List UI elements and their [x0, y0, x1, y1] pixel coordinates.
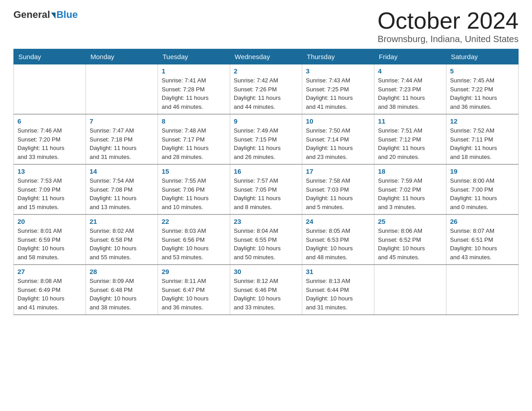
day-number: 19	[450, 167, 515, 175]
calendar-table: SundayMondayTuesdayWednesdayThursdayFrid…	[13, 49, 519, 315]
calendar-cell: 5Sunrise: 7:45 AM Sunset: 7:22 PM Daylig…	[446, 64, 519, 115]
day-info: Sunrise: 7:47 AM Sunset: 7:18 PM Dayligh…	[90, 126, 154, 161]
day-info: Sunrise: 8:05 AM Sunset: 6:53 PM Dayligh…	[306, 227, 370, 261]
day-info: Sunrise: 8:07 AM Sunset: 6:51 PM Dayligh…	[450, 227, 515, 261]
day-info: Sunrise: 7:59 AM Sunset: 7:02 PM Dayligh…	[378, 176, 442, 211]
header-friday: Friday	[374, 49, 446, 64]
day-number: 24	[306, 218, 370, 225]
calendar-cell: 7Sunrise: 7:47 AM Sunset: 7:18 PM Daylig…	[86, 114, 158, 164]
day-number: 25	[378, 218, 442, 225]
calendar-cell: 4Sunrise: 7:44 AM Sunset: 7:23 PM Daylig…	[374, 64, 446, 115]
calendar-cell: 19Sunrise: 8:00 AM Sunset: 7:00 PM Dayli…	[446, 164, 519, 214]
day-number: 17	[306, 167, 370, 175]
day-number: 9	[234, 117, 298, 125]
calendar-cell: 2Sunrise: 7:42 AM Sunset: 7:26 PM Daylig…	[230, 64, 302, 115]
calendar-cell	[86, 64, 158, 115]
day-info: Sunrise: 7:57 AM Sunset: 7:05 PM Dayligh…	[234, 176, 298, 211]
week-row-4: 20Sunrise: 8:01 AM Sunset: 6:59 PM Dayli…	[14, 214, 519, 265]
day-number: 12	[450, 117, 515, 125]
location-title: Brownsburg, Indiana, United States	[378, 34, 519, 44]
day-info: Sunrise: 7:43 AM Sunset: 7:25 PM Dayligh…	[306, 76, 370, 111]
calendar-cell: 16Sunrise: 7:57 AM Sunset: 7:05 PM Dayli…	[230, 164, 302, 214]
day-info: Sunrise: 7:52 AM Sunset: 7:11 PM Dayligh…	[450, 126, 515, 161]
day-info: Sunrise: 8:12 AM Sunset: 6:46 PM Dayligh…	[234, 277, 298, 312]
day-info: Sunrise: 7:42 AM Sunset: 7:26 PM Dayligh…	[234, 76, 298, 111]
week-row-5: 27Sunrise: 8:08 AM Sunset: 6:49 PM Dayli…	[14, 265, 519, 315]
day-info: Sunrise: 7:46 AM Sunset: 7:20 PM Dayligh…	[17, 126, 82, 161]
calendar-cell: 1Sunrise: 7:41 AM Sunset: 7:28 PM Daylig…	[158, 64, 230, 115]
day-number: 6	[17, 117, 82, 125]
day-number: 2	[234, 67, 298, 75]
logo-general-text: General	[13, 9, 50, 21]
day-number: 31	[306, 268, 370, 275]
day-info: Sunrise: 7:51 AM Sunset: 7:12 PM Dayligh…	[378, 126, 442, 161]
day-number: 15	[162, 167, 226, 175]
day-number: 7	[90, 117, 154, 125]
week-row-1: 1Sunrise: 7:41 AM Sunset: 7:28 PM Daylig…	[14, 64, 519, 115]
day-number: 3	[306, 67, 370, 75]
day-info: Sunrise: 8:04 AM Sunset: 6:55 PM Dayligh…	[234, 227, 298, 261]
day-number: 10	[306, 117, 370, 125]
calendar-cell: 6Sunrise: 7:46 AM Sunset: 7:20 PM Daylig…	[14, 114, 86, 164]
day-number: 20	[17, 218, 82, 225]
title-area: October 2024 Brownsburg, Indiana, United…	[378, 9, 519, 44]
calendar-cell: 25Sunrise: 8:06 AM Sunset: 6:52 PM Dayli…	[374, 214, 446, 265]
calendar-cell	[446, 265, 519, 315]
calendar-cell: 11Sunrise: 7:51 AM Sunset: 7:12 PM Dayli…	[374, 114, 446, 164]
calendar-cell: 23Sunrise: 8:04 AM Sunset: 6:55 PM Dayli…	[230, 214, 302, 265]
calendar-cell: 26Sunrise: 8:07 AM Sunset: 6:51 PM Dayli…	[446, 214, 519, 265]
day-info: Sunrise: 8:06 AM Sunset: 6:52 PM Dayligh…	[378, 227, 442, 261]
day-info: Sunrise: 7:53 AM Sunset: 7:09 PM Dayligh…	[17, 176, 82, 211]
day-number: 18	[378, 167, 442, 175]
calendar-cell: 15Sunrise: 7:55 AM Sunset: 7:06 PM Dayli…	[158, 164, 230, 214]
day-number: 23	[234, 218, 298, 225]
calendar-cell: 8Sunrise: 7:48 AM Sunset: 7:17 PM Daylig…	[158, 114, 230, 164]
day-info: Sunrise: 7:55 AM Sunset: 7:06 PM Dayligh…	[162, 176, 226, 211]
calendar-cell: 17Sunrise: 7:58 AM Sunset: 7:03 PM Dayli…	[302, 164, 374, 214]
day-number: 22	[162, 218, 226, 225]
day-number: 14	[90, 167, 154, 175]
day-info: Sunrise: 7:48 AM Sunset: 7:17 PM Dayligh…	[162, 126, 226, 161]
day-number: 13	[17, 167, 82, 175]
header-monday: Monday	[86, 49, 158, 64]
calendar-cell: 21Sunrise: 8:02 AM Sunset: 6:58 PM Dayli…	[86, 214, 158, 265]
day-number: 28	[90, 268, 154, 275]
calendar-cell: 27Sunrise: 8:08 AM Sunset: 6:49 PM Dayli…	[14, 265, 86, 315]
day-info: Sunrise: 8:03 AM Sunset: 6:56 PM Dayligh…	[162, 227, 226, 261]
day-number: 1	[162, 67, 226, 75]
week-row-3: 13Sunrise: 7:53 AM Sunset: 7:09 PM Dayli…	[14, 164, 519, 214]
calendar-header: SundayMondayTuesdayWednesdayThursdayFrid…	[14, 49, 519, 64]
header-sunday: Sunday	[14, 49, 86, 64]
calendar-cell: 13Sunrise: 7:53 AM Sunset: 7:09 PM Dayli…	[14, 164, 86, 214]
calendar-cell: 30Sunrise: 8:12 AM Sunset: 6:46 PM Dayli…	[230, 265, 302, 315]
day-number: 16	[234, 167, 298, 175]
calendar-cell: 20Sunrise: 8:01 AM Sunset: 6:59 PM Dayli…	[14, 214, 86, 265]
header-thursday: Thursday	[302, 49, 374, 64]
day-info: Sunrise: 7:44 AM Sunset: 7:23 PM Dayligh…	[378, 76, 442, 111]
calendar-cell: 14Sunrise: 7:54 AM Sunset: 7:08 PM Dayli…	[86, 164, 158, 214]
calendar-cell: 3Sunrise: 7:43 AM Sunset: 7:25 PM Daylig…	[302, 64, 374, 115]
day-number: 21	[90, 218, 154, 225]
calendar-cell: 28Sunrise: 8:09 AM Sunset: 6:48 PM Dayli…	[86, 265, 158, 315]
day-info: Sunrise: 8:01 AM Sunset: 6:59 PM Dayligh…	[17, 227, 82, 261]
calendar-cell: 24Sunrise: 8:05 AM Sunset: 6:53 PM Dayli…	[302, 214, 374, 265]
day-info: Sunrise: 8:08 AM Sunset: 6:49 PM Dayligh…	[17, 277, 82, 312]
day-number: 11	[378, 117, 442, 125]
day-info: Sunrise: 8:02 AM Sunset: 6:58 PM Dayligh…	[90, 227, 154, 261]
day-info: Sunrise: 7:45 AM Sunset: 7:22 PM Dayligh…	[450, 76, 515, 111]
header-tuesday: Tuesday	[158, 49, 230, 64]
page-header: General Blue October 2024 Brownsburg, In…	[13, 9, 519, 44]
day-number: 26	[450, 218, 515, 225]
calendar-cell	[374, 265, 446, 315]
calendar-cell: 18Sunrise: 7:59 AM Sunset: 7:02 PM Dayli…	[374, 164, 446, 214]
day-info: Sunrise: 7:49 AM Sunset: 7:15 PM Dayligh…	[234, 126, 298, 161]
month-title: October 2024	[378, 9, 519, 32]
calendar-cell: 9Sunrise: 7:49 AM Sunset: 7:15 PM Daylig…	[230, 114, 302, 164]
day-info: Sunrise: 8:13 AM Sunset: 6:44 PM Dayligh…	[306, 277, 370, 312]
day-number: 5	[450, 67, 515, 75]
header-wednesday: Wednesday	[230, 49, 302, 64]
day-number: 30	[234, 268, 298, 275]
calendar-cell	[14, 64, 86, 115]
logo-blue-text: Blue	[56, 9, 78, 21]
header-row: SundayMondayTuesdayWednesdayThursdayFrid…	[14, 49, 519, 64]
